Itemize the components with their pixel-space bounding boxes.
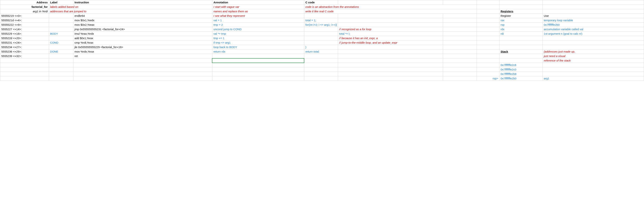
cell-address[interactable]: 5555234 <+27>: bbox=[0, 45, 49, 49]
hdr-instruction[interactable]: Instruction bbox=[73, 0, 212, 5]
cell-ccode-extra[interactable] bbox=[338, 18, 443, 22]
cell-ccode[interactable] bbox=[304, 40, 338, 45]
cell-annotation[interactable] bbox=[212, 54, 304, 58]
cell[interactable] bbox=[73, 63, 212, 67]
cell-use[interactable]: temporary loop variable bbox=[542, 18, 644, 22]
cell-annotation[interactable]: if tmp <= arg1 bbox=[212, 40, 304, 45]
cell[interactable] bbox=[443, 18, 477, 22]
cell-ccode[interactable]: for(int i=2; i <= arg1; i++){ bbox=[304, 22, 338, 27]
cell-rsp-ptr[interactable] bbox=[477, 58, 500, 63]
cell[interactable] bbox=[542, 0, 644, 5]
cell-anno-note[interactable]: names and replace them as bbox=[212, 9, 304, 13]
cell[interactable] bbox=[49, 58, 73, 63]
cell-stack-val[interactable] bbox=[542, 72, 644, 76]
cell[interactable] bbox=[443, 0, 477, 5]
cell-address[interactable]: 5555227 <+14>: bbox=[0, 27, 49, 31]
cell-ccode[interactable] bbox=[304, 13, 338, 18]
cell[interactable] bbox=[443, 67, 477, 72]
cell[interactable] bbox=[477, 18, 500, 22]
cell-address[interactable]: 5555231 <+24>: bbox=[0, 40, 49, 45]
cell[interactable] bbox=[73, 76, 212, 81]
cell[interactable] bbox=[477, 36, 500, 40]
cell-register[interactable]: rdx bbox=[500, 27, 542, 31]
cell-ccode-extra[interactable]: total *= i; bbox=[338, 31, 443, 36]
cell-ccode[interactable]: return total; bbox=[304, 49, 338, 54]
cell-register[interactable]: Register bbox=[500, 13, 542, 18]
cell[interactable] bbox=[338, 72, 443, 76]
cell-label[interactable] bbox=[49, 54, 73, 58]
cell-label-note[interactable]: addresses that are jumped to bbox=[49, 9, 212, 13]
cell-anno-note[interactable]: I start with vague var bbox=[212, 5, 304, 9]
cell-stack-val[interactable]: arg1 bbox=[542, 76, 644, 81]
cell[interactable] bbox=[212, 63, 304, 67]
cell-register[interactable] bbox=[500, 45, 542, 49]
cell-use[interactable] bbox=[542, 45, 644, 49]
cell[interactable] bbox=[73, 58, 212, 63]
cell[interactable] bbox=[443, 76, 477, 81]
cell[interactable] bbox=[477, 49, 500, 54]
cell[interactable] bbox=[477, 0, 500, 5]
cell-ccode-extra[interactable] bbox=[338, 22, 443, 27]
cell[interactable] bbox=[477, 27, 500, 31]
cell-stack-val[interactable]: reference of the stack bbox=[542, 58, 644, 63]
cell-label[interactable] bbox=[49, 36, 73, 40]
spreadsheet-grid[interactable]: Address Label Instruction Annotation C c… bbox=[0, 0, 644, 81]
cell-stack-val[interactable] bbox=[542, 63, 644, 67]
cell-label[interactable] bbox=[49, 45, 73, 49]
cell-annotation[interactable]: tmp = 2 bbox=[212, 22, 304, 27]
cell-instruction[interactable]: add $0x1,%rax bbox=[73, 36, 212, 40]
cell-ccode-extra[interactable]: // because it has an init_expr, a bbox=[338, 36, 443, 40]
cell-register[interactable] bbox=[500, 54, 542, 58]
cell[interactable] bbox=[73, 67, 212, 72]
cell[interactable] bbox=[477, 9, 500, 13]
cell-register[interactable]: rdi bbox=[500, 31, 542, 36]
cell-instruction[interactable]: imul %rax,%rdx bbox=[73, 31, 212, 36]
cell[interactable] bbox=[443, 13, 477, 18]
cell[interactable] bbox=[0, 67, 49, 72]
cell[interactable] bbox=[443, 40, 477, 45]
cell-instruction[interactable]: mov %rdx,%rax bbox=[73, 49, 212, 54]
cell[interactable] bbox=[304, 67, 338, 72]
cell[interactable] bbox=[212, 76, 304, 81]
cell[interactable] bbox=[304, 72, 338, 76]
cell-annotation[interactable]: val *= tmp bbox=[212, 31, 304, 36]
hdr-registers[interactable]: Registers bbox=[500, 9, 542, 13]
cell[interactable] bbox=[443, 54, 477, 58]
cell-ccode-extra[interactable]: // recognized as a for loop bbox=[338, 27, 443, 31]
cell-rsp-ptr[interactable] bbox=[477, 67, 500, 72]
cell-stack-addr[interactable]: 0x7fffffffe2c8 bbox=[500, 63, 542, 67]
cell-ccode[interactable]: total = 1; bbox=[304, 18, 338, 22]
cell-use[interactable]: Use bbox=[542, 13, 644, 18]
cell-label[interactable] bbox=[49, 27, 73, 31]
cell-label[interactable] bbox=[49, 22, 73, 27]
cell-code-note[interactable]: code is an abstraction from the annotati… bbox=[304, 5, 477, 9]
cell-address[interactable]: 5555229 <+16>: bbox=[0, 31, 49, 36]
cell[interactable] bbox=[477, 5, 500, 9]
cell-ccode[interactable] bbox=[304, 31, 338, 36]
cell[interactable] bbox=[212, 58, 304, 63]
cell-annotation[interactable]: I see what they represent bbox=[212, 13, 304, 18]
cell-rsp-ptr[interactable] bbox=[477, 72, 500, 76]
cell-register[interactable] bbox=[500, 36, 542, 40]
cell-stack-addr[interactable] bbox=[500, 58, 542, 63]
cell-use[interactable]: accumulation variable called val bbox=[542, 27, 644, 31]
cell[interactable] bbox=[73, 72, 212, 76]
cell[interactable] bbox=[304, 76, 338, 81]
cell-address[interactable]: 5555239 <+32>: bbox=[0, 54, 49, 58]
cell[interactable] bbox=[443, 31, 477, 36]
cell[interactable] bbox=[500, 0, 542, 5]
cell-annotation[interactable]: uncond jump to COND bbox=[212, 27, 304, 31]
cell[interactable] bbox=[304, 63, 338, 67]
cell-instruction[interactable]: ret bbox=[73, 54, 212, 58]
cell[interactable] bbox=[212, 67, 304, 72]
cell-instruction[interactable]: mov $0x2,%eax bbox=[73, 22, 212, 27]
cell-arg-note[interactable]: arg1 in %rdi bbox=[0, 9, 49, 13]
cell-rsp-ptr[interactable]: rsp> bbox=[477, 76, 500, 81]
cell[interactable] bbox=[338, 67, 443, 72]
cell-label-note[interactable]: labels added based on bbox=[49, 5, 212, 9]
cell[interactable] bbox=[443, 22, 477, 27]
cell[interactable] bbox=[443, 49, 477, 54]
cell-address[interactable]: 555522d <+20>: bbox=[0, 36, 49, 40]
cell[interactable] bbox=[0, 63, 49, 67]
cell[interactable] bbox=[49, 76, 73, 81]
